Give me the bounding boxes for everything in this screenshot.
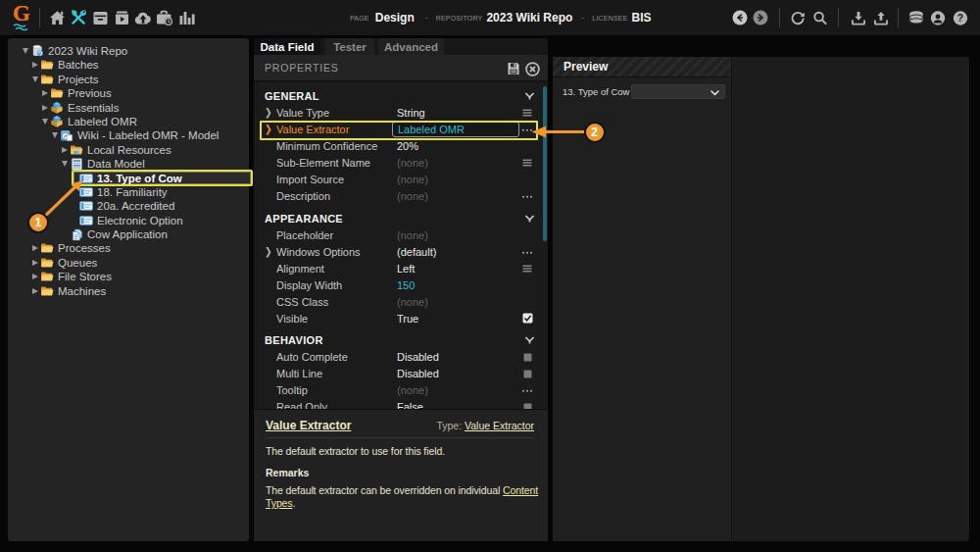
bar-chart-icon[interactable]	[177, 9, 195, 26]
property-row-import-source[interactable]: Import Source(none)	[254, 172, 548, 188]
tree-item-previous[interactable]: Previous	[8, 86, 249, 100]
breadcrumb-repository-value[interactable]: 2023 Wiki Repo	[486, 11, 572, 25]
tree-item-label: Data Model	[87, 158, 145, 170]
tree-item-wiki-labeled-omr-model[interactable]: Wiki - Labeled OMR - Model	[8, 128, 249, 142]
tab-advanced[interactable]: Advanced	[378, 38, 444, 55]
grooper-logo[interactable]: G	[12, 1, 35, 34]
property-row-css-class[interactable]: CSS Class(none)	[254, 293, 548, 310]
property-row-minimum-confidence[interactable]: Minimum Confidence20%	[254, 138, 548, 155]
section-header-behavior[interactable]: BEHAVIOR	[254, 332, 548, 349]
property-row-read-only[interactable]: Read OnlyFalse	[254, 399, 548, 410]
property-row-tooltip[interactable]: Tooltip(none)	[254, 382, 548, 399]
expander-closed-icon[interactable]	[30, 60, 40, 70]
expander-closed-icon[interactable]	[30, 272, 40, 281]
property-row-description[interactable]: Description(none)	[254, 188, 548, 205]
tools-icon[interactable]	[70, 9, 87, 26]
download-icon[interactable]	[851, 10, 866, 25]
tree-item-essentials[interactable]: Essentials	[8, 100, 249, 114]
property-row-sub-element-name[interactable]: Sub-Element Name(none)	[254, 155, 548, 172]
property-row-visible[interactable]: VisibleTrue	[254, 310, 548, 326]
menu-icon[interactable]	[514, 155, 540, 172]
checkbox-unchecked-icon[interactable]	[514, 399, 540, 410]
checkbox-unchecked-icon[interactable]	[514, 349, 540, 366]
tree-item-projects[interactable]: Projects	[8, 73, 249, 86]
close-icon[interactable]	[525, 62, 539, 75]
tree-item-machines[interactable]: Machines	[8, 283, 249, 297]
search-icon[interactable]	[812, 10, 828, 25]
cloud-upload-icon[interactable]	[134, 9, 152, 26]
row-expander-icon[interactable]: ❯	[265, 107, 276, 119]
expander-open-icon[interactable]	[50, 130, 60, 140]
breadcrumb-page-value[interactable]: Design	[375, 11, 415, 25]
expander-open-icon[interactable]	[21, 46, 30, 56]
upload-icon[interactable]	[873, 10, 889, 25]
folder-icon	[50, 87, 64, 100]
expander-closed-icon[interactable]	[30, 286, 40, 296]
expander-open-icon[interactable]	[30, 75, 40, 84]
expander-closed-icon[interactable]	[60, 145, 70, 155]
row-expander-icon[interactable]: ❯	[265, 246, 276, 258]
home-icon[interactable]	[48, 9, 66, 26]
tab-tester[interactable]: Tester	[325, 38, 374, 55]
property-row-auto-complete[interactable]: Auto CompleteDisabled	[254, 349, 548, 366]
project-icon	[50, 101, 64, 114]
tree-item-data-model[interactable]: Data Model	[8, 157, 249, 171]
expander-closed-icon[interactable]	[40, 88, 50, 98]
tree-item-processes[interactable]: Processes	[8, 241, 249, 255]
checkbox-unchecked-icon[interactable]	[514, 366, 540, 382]
expander-closed-icon[interactable]	[40, 103, 50, 113]
database-icon[interactable]	[908, 10, 924, 25]
batch-play-icon[interactable]	[113, 9, 130, 26]
help-type-link[interactable]: Value Extractor	[465, 420, 534, 431]
breadcrumb-licensee-value[interactable]: BIS	[632, 11, 652, 25]
section-collapse-icon[interactable]	[516, 210, 542, 226]
tree-item-file-stores[interactable]: File Stores	[8, 270, 249, 283]
help-icon[interactable]: ?	[953, 10, 968, 25]
preview-field-dropdown[interactable]	[631, 84, 725, 99]
tree-item-queues[interactable]: Queues	[8, 256, 249, 270]
forward-icon[interactable]	[753, 10, 768, 25]
expander-closed-icon[interactable]	[30, 243, 40, 253]
section-header-appearance[interactable]: APPEARANCE	[254, 210, 548, 226]
property-row-windows-options[interactable]: ❯Windows Options(default)	[254, 243, 548, 260]
svg-text:?: ?	[957, 13, 963, 24]
property-value: (none)	[397, 174, 548, 185]
user-icon[interactable]	[930, 10, 946, 25]
property-row-alignment[interactable]: AlignmentLeft	[254, 260, 548, 276]
tree-item-label: 13. Type of Cow	[97, 173, 182, 184]
checkbox-checked-icon[interactable]	[514, 310, 540, 326]
expander-open-icon[interactable]	[60, 159, 70, 169]
property-row-value-type[interactable]: ❯Value TypeString	[254, 105, 548, 122]
scrollbar-thumb[interactable]	[543, 86, 548, 241]
ellipsis-button[interactable]	[514, 243, 540, 260]
value-editor-box[interactable]: Labeled OMR	[392, 122, 519, 137]
expander-closed-icon[interactable]	[30, 258, 40, 268]
property-value: 150	[397, 279, 548, 291]
property-row-multi-line[interactable]: Multi LineDisabled	[254, 366, 548, 382]
expander-open-icon[interactable]	[40, 117, 50, 126]
back-icon[interactable]	[732, 10, 748, 25]
property-row-display-width[interactable]: Display Width150	[254, 276, 548, 293]
topbar-divider	[779, 8, 780, 27]
tab-data-field[interactable]: Data Field	[254, 38, 320, 55]
section-collapse-icon[interactable]	[516, 332, 542, 349]
briefcase-clock-icon[interactable]	[156, 9, 173, 26]
section-header-general[interactable]: GENERAL	[254, 88, 548, 105]
tree-item-batches[interactable]: Batches	[8, 58, 249, 72]
tree-item-labeled-omr[interactable]: Labeled OMR	[8, 115, 249, 128]
tree-item-local-resources[interactable]: Local Resources	[8, 143, 249, 157]
property-label: Alignment	[276, 263, 397, 275]
archive-box-icon[interactable]	[91, 9, 109, 26]
save-icon[interactable]	[507, 62, 520, 75]
ellipsis-button[interactable]	[514, 188, 540, 205]
refresh-icon[interactable]	[790, 10, 806, 25]
logo-waves-icon	[12, 24, 33, 32]
section-collapse-icon[interactable]	[516, 88, 542, 105]
row-expander-icon[interactable]: ❯	[265, 124, 276, 135]
property-row-placeholder[interactable]: Placeholder(none)	[254, 226, 548, 243]
ellipsis-button[interactable]	[514, 382, 540, 399]
property-row-value-extractor[interactable]: ❯Value ExtractorLabeled OMR	[254, 122, 548, 138]
tree-item-2023-wiki-repo[interactable]: 2023 Wiki Repo	[8, 44, 249, 58]
menu-icon[interactable]	[514, 105, 540, 122]
menu-icon[interactable]	[514, 260, 540, 276]
